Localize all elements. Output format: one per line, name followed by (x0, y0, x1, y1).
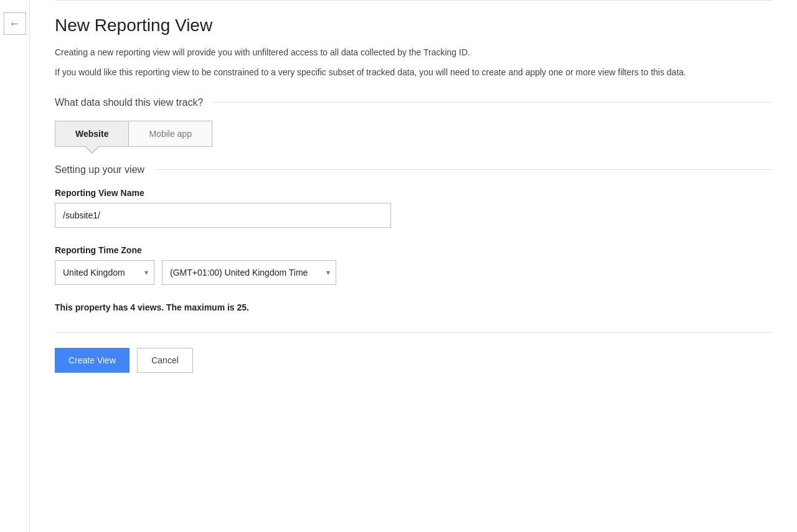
tab-mobile-app[interactable]: Mobile app (128, 121, 212, 147)
view-name-input[interactable] (55, 203, 391, 228)
tab-website[interactable]: Website (55, 121, 128, 147)
timezone-select[interactable]: (GMT+01:00) United Kingdom Time (GMT+00:… (162, 260, 336, 285)
setup-section-header: Setting up your view (55, 164, 772, 175)
page-title: New Reporting View (55, 16, 772, 35)
actions-row: Create View Cancel (55, 348, 772, 393)
back-button[interactable]: ← (4, 12, 26, 35)
country-select[interactable]: United Kingdom United States Germany Fra… (55, 260, 154, 285)
country-select-wrapper: United Kingdom United States Germany Fra… (55, 260, 154, 285)
view-name-label: Reporting View Name (55, 188, 772, 198)
main-content: New Reporting View Creating a new report… (30, 0, 797, 532)
tab-website-label: Website (75, 129, 108, 139)
view-name-section: Reporting View Name (55, 188, 772, 228)
tab-group: Website Mobile app (55, 121, 772, 147)
cancel-button[interactable]: Cancel (137, 348, 193, 373)
bottom-divider (55, 332, 772, 333)
description-1: Creating a new reporting view will provi… (55, 45, 740, 59)
timezone-label: Reporting Time Zone (55, 245, 772, 255)
timezone-row: United Kingdom United States Germany Fra… (55, 260, 772, 285)
description-2: If you would like this reporting view to… (55, 65, 740, 79)
timezone-select-wrapper: (GMT+01:00) United Kingdom Time (GMT+00:… (162, 260, 336, 285)
create-view-label: Create View (68, 355, 116, 365)
create-view-button[interactable]: Create View (55, 348, 130, 373)
views-info: This property has 4 views. The maximum i… (55, 302, 772, 312)
setup-section-title: Setting up your view (55, 164, 144, 175)
sidebar: ← (0, 0, 30, 532)
track-section-title: What data should this view track? (55, 97, 203, 108)
cancel-label: Cancel (151, 355, 179, 365)
back-icon: ← (9, 17, 21, 30)
track-section-header: What data should this view track? (55, 97, 772, 108)
timezone-section: Reporting Time Zone United Kingdom Unite… (55, 245, 772, 285)
top-divider (55, 0, 772, 1)
setup-section-divider (154, 169, 772, 170)
track-section-divider (213, 102, 772, 103)
tab-mobile-app-label: Mobile app (149, 129, 192, 139)
